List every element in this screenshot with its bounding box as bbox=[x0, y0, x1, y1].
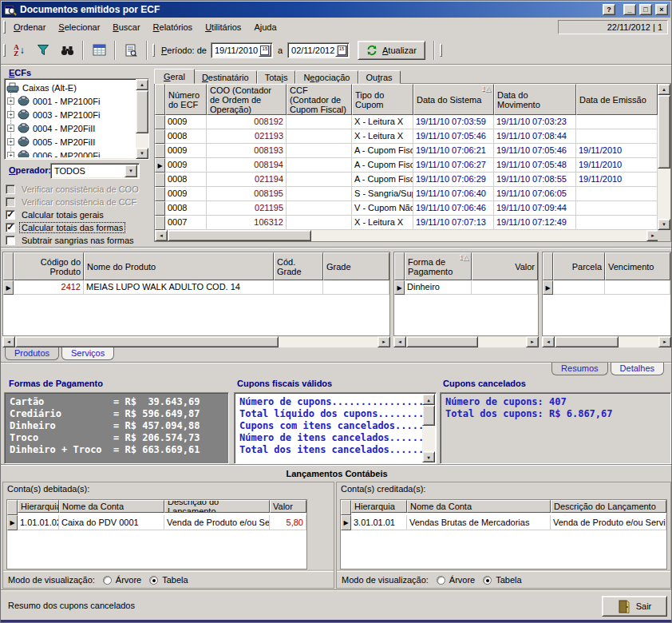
col-valor[interactable]: Valor bbox=[472, 252, 538, 280]
calendar-to-button[interactable]: 15 bbox=[335, 44, 348, 57]
col-tipo-cupom[interactable]: Tipo do Cupom bbox=[352, 84, 413, 115]
scroll-down-icon[interactable]: ▼ bbox=[422, 451, 435, 462]
col-numero-ecf[interactable]: Número do ECF bbox=[165, 84, 207, 115]
scroll-up-icon[interactable]: ▲ bbox=[136, 79, 148, 90]
checkbox[interactable]: ✓ bbox=[6, 223, 15, 232]
toolbar-grip[interactable] bbox=[3, 21, 6, 34]
scrollbar-thumb[interactable] bbox=[422, 405, 435, 426]
tab-destinatario[interactable]: Destinatário bbox=[194, 70, 257, 84]
tab-outras[interactable]: Outras bbox=[358, 70, 401, 84]
row-selector[interactable]: ▶ bbox=[394, 280, 405, 295]
tab-produtos[interactable]: Produtos bbox=[5, 347, 59, 360]
row-selector[interactable]: ▶ bbox=[155, 158, 165, 173]
sort-button[interactable]: AZ ↓ bbox=[7, 40, 31, 61]
col-nome-conta[interactable]: Nome da Conta bbox=[407, 500, 551, 513]
radio-icon[interactable] bbox=[437, 576, 445, 585]
row-selector[interactable]: ▶ bbox=[155, 187, 165, 201]
title-bar[interactable]: Documentos emitidos por ECF ? _ □ × bbox=[2, 2, 670, 18]
checkbox-option[interactable]: ✓ Calcular totais das formas bbox=[6, 221, 151, 234]
tab-detalhes[interactable]: Detalhes bbox=[611, 363, 664, 375]
scroll-down-icon[interactable]: ▼ bbox=[658, 219, 670, 230]
scrollbar-thumb[interactable] bbox=[136, 90, 148, 133]
radio-arvore[interactable]: Árvore bbox=[103, 575, 141, 585]
table-row[interactable]: ▶ 0008 021195 V - Cupom Não 19/11/10 07:… bbox=[155, 201, 658, 216]
scrollbar-thumb[interactable] bbox=[406, 336, 478, 347]
radio-selected-icon[interactable] bbox=[483, 576, 492, 585]
col-descricao[interactable]: Descrição do Lançamento bbox=[164, 500, 270, 513]
col-valor[interactable]: Valor bbox=[270, 500, 306, 513]
scroll-left-icon[interactable]: ◄ bbox=[542, 336, 555, 347]
payment-horizontal-scrollb[interactable]: ◄ ► bbox=[393, 336, 539, 347]
row-selector[interactable]: ▶ bbox=[543, 280, 553, 295]
grid-vertical-scrollbar[interactable]: ▲ ▼ bbox=[658, 84, 670, 230]
row-selector[interactable]: ▶ bbox=[155, 173, 165, 187]
row-selector[interactable]: ▶ bbox=[155, 129, 165, 144]
grid-view-button[interactable] bbox=[87, 40, 111, 61]
row-selector[interactable]: ▶ bbox=[3, 280, 14, 295]
tab-totais[interactable]: Totais bbox=[257, 70, 296, 84]
radio-tabela[interactable]: Tabela bbox=[483, 575, 521, 585]
col-data-sistema[interactable]: Data do Sistema1△ bbox=[413, 84, 494, 115]
col-parcela[interactable]: Parcela bbox=[553, 252, 605, 280]
col-data-emissao[interactable]: Data de Emissão bbox=[576, 84, 658, 115]
menu-relatorios[interactable]: Relatórios bbox=[147, 20, 200, 34]
checkbox-option[interactable]: ✓ Subtrair sangrias nas formas bbox=[6, 234, 151, 247]
scroll-right-icon[interactable]: ► bbox=[526, 336, 539, 347]
row-selector[interactable]: ▶ bbox=[7, 515, 18, 530]
tree-item-ecf[interactable]: + 0006 - MP2000Fi bbox=[6, 149, 134, 157]
radio-arvore[interactable]: Árvore bbox=[437, 575, 475, 585]
toolbar-grip[interactable] bbox=[152, 44, 155, 57]
col-cod-grade[interactable]: Cód. Grade bbox=[274, 252, 323, 280]
table-row[interactable]: ▶ 0008 021193 X - Leitura X 19/11/10 07:… bbox=[155, 129, 658, 144]
table-row[interactable]: ▶ 0009 008192 X - Leitura X 19/11/10 07:… bbox=[155, 115, 658, 129]
tree-item-ecf[interactable]: + 0004 - MP20FiII bbox=[6, 121, 134, 135]
operator-select[interactable]: TODOS ▼ bbox=[50, 163, 140, 179]
col-grade[interactable]: Grade bbox=[323, 252, 389, 280]
row-selector[interactable]: ▶ bbox=[155, 144, 165, 158]
row-selector[interactable]: ▶ bbox=[341, 515, 351, 530]
row-selector[interactable]: ▶ bbox=[155, 115, 165, 129]
tree-root-caixas[interactable]: Caixas (Alt-E) bbox=[6, 81, 134, 94]
tab-negociacao[interactable]: Negociação bbox=[295, 70, 358, 84]
tab-servicos[interactable]: Serviços bbox=[61, 347, 114, 360]
search-button[interactable] bbox=[55, 40, 79, 61]
close-button[interactable]: × bbox=[655, 4, 668, 15]
scroll-left-icon[interactable]: ◄ bbox=[155, 230, 168, 241]
filter-button[interactable] bbox=[31, 40, 55, 61]
parcel-horizontal-scrollbar[interactable]: ◄ ► bbox=[542, 336, 671, 347]
checkbox[interactable]: ✓ bbox=[6, 210, 15, 220]
chevron-down-icon[interactable]: ▼ bbox=[125, 165, 137, 177]
tree-item-ecf[interactable]: + 0003 - MP2100Fi bbox=[6, 108, 134, 121]
products-horizontal-scrollbar[interactable]: ◄ ► bbox=[2, 336, 390, 347]
expand-plus-icon[interactable]: + bbox=[7, 138, 14, 145]
checkbox-option[interactable]: ✓ Calcular totais gerais bbox=[6, 208, 151, 221]
table-row[interactable]: ▶ 1.01.01.02 Caixa do PDV 0001 Venda de … bbox=[7, 515, 306, 530]
report-preview-button[interactable] bbox=[119, 40, 143, 61]
col-nome-produto[interactable]: Nome do Produto bbox=[84, 252, 274, 280]
menu-ajuda[interactable]: Ajuda bbox=[247, 20, 283, 34]
scrollbar-thumb[interactable] bbox=[15, 336, 279, 347]
scroll-left-icon[interactable]: ◄ bbox=[393, 336, 406, 347]
col-codigo-produto[interactable]: Código do Produto bbox=[14, 252, 84, 280]
col-hierarquia[interactable]: Hierarquia bbox=[351, 500, 407, 513]
scroll-down-icon[interactable]: ▼ bbox=[136, 148, 148, 159]
help-button[interactable]: ? bbox=[603, 4, 615, 15]
col-ccf[interactable]: CCF (Contador de Cupom Fiscal) bbox=[287, 84, 352, 115]
radio-selected-icon[interactable] bbox=[149, 576, 158, 585]
toolbar-grip[interactable] bbox=[440, 44, 442, 57]
minimize-button[interactable]: _ bbox=[623, 4, 636, 15]
checkbox-option[interactable]: ✓ Verificar consistência de CCF bbox=[6, 196, 151, 208]
tab-geral[interactable]: Geral bbox=[154, 69, 195, 84]
scrollbar-thumb[interactable] bbox=[555, 336, 619, 347]
table-row[interactable]: ▶ 2412 MEIAS LUPO WALK ADULTO COD. 14 bbox=[3, 280, 389, 295]
col-hierarquia[interactable]: Hierarquia bbox=[18, 500, 59, 513]
tab-resumos[interactable]: Resumos bbox=[551, 363, 607, 375]
table-row[interactable]: ▶ Dinheiro bbox=[394, 280, 538, 295]
menu-selecionar[interactable]: Selecionar bbox=[52, 20, 106, 34]
scroll-up-icon[interactable]: ▲ bbox=[422, 394, 435, 405]
expand-plus-icon[interactable]: + bbox=[7, 125, 14, 132]
calendar-from-button[interactable]: 15 bbox=[259, 44, 271, 57]
tree-scrollbar[interactable]: ▲ ▼ bbox=[136, 79, 148, 159]
checkbox[interactable]: ✓ bbox=[6, 197, 15, 207]
row-selector[interactable]: ▶ bbox=[155, 201, 165, 216]
